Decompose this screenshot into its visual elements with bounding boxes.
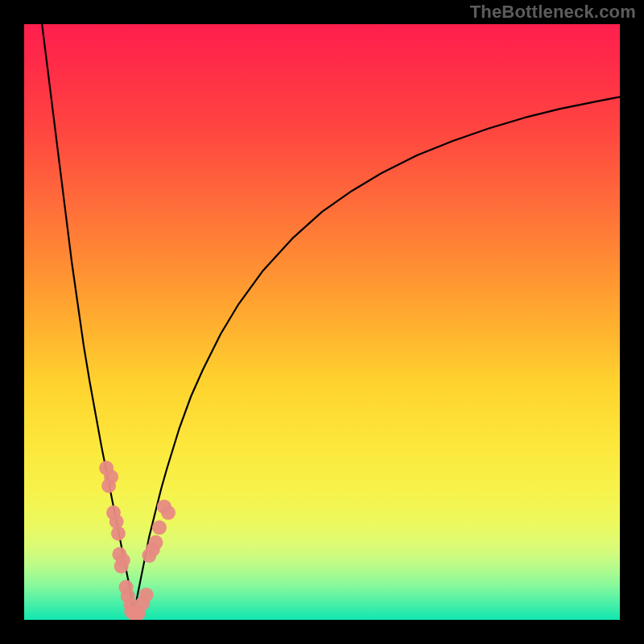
plot-area: [24, 24, 620, 620]
curve-canvas: [24, 24, 620, 620]
watermark-text: TheBottleneck.com: [470, 2, 636, 23]
chart-frame: TheBottleneck.com: [0, 0, 644, 644]
